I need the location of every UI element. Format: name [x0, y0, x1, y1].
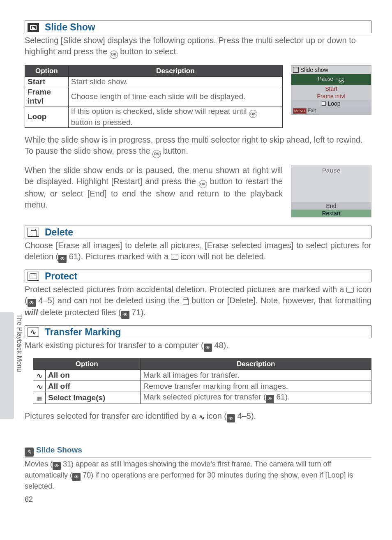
ss1-title-icon [293, 67, 299, 73]
desc-select-a: Mark selected pictures for transfer ( [143, 392, 266, 401]
th-option: Option [33, 358, 141, 369]
protect-will: will [25, 308, 38, 317]
ss1-exit-row: MENU Exit [291, 107, 371, 114]
page-ref-icon: 👁 [227, 414, 235, 422]
ok-icon: OK [152, 150, 161, 158]
transfer-footer-c: ). [251, 411, 256, 420]
section-title: Delete [45, 227, 73, 238]
table-row: Loop If this option is checked, slide sh… [25, 106, 283, 128]
loop-checkbox-icon [322, 102, 326, 106]
slideshow-options-table: Option Description Start Start slide sho… [25, 65, 283, 128]
page-ref-icon: 👁 [58, 255, 67, 263]
note-a: Movies ( [25, 460, 53, 468]
row-icon: ▦ [33, 392, 46, 404]
desc-alloff: Remove transfer marking from all images. [141, 381, 371, 392]
transfer-footer-a: Pictures selected for transfer are ident… [25, 411, 199, 420]
transfer-footer: Pictures selected for transfer are ident… [25, 411, 371, 422]
section-title: Slide Show [45, 22, 95, 33]
delete-text-b: ). Pictures marked with a [78, 252, 171, 261]
slideshow-intro: Selecting [Slide show] displays the foll… [25, 35, 371, 59]
protect-ref1: 4–5 [38, 296, 52, 305]
th-desc: Description [141, 358, 371, 369]
pause-menu-screenshot: Pause End Restart [291, 165, 371, 217]
ok-icon: OK [199, 180, 207, 188]
trash-icon [182, 298, 189, 304]
opt-select: Select image(s) [46, 392, 141, 404]
section-title: Protect [45, 271, 77, 282]
ss1-item-start: Start [291, 85, 371, 92]
opt-start: Start [25, 76, 69, 87]
delete-body: Choose [Erase all images] to delete all … [25, 240, 371, 263]
note-block: ✎Slide Shows Movies (👁 31) appear as sti… [25, 445, 371, 491]
ss1-item-loop: Loop [291, 100, 371, 107]
trash-icon [30, 229, 37, 235]
opt-allon: All on [46, 369, 141, 381]
transfer-intro-b: ). [224, 341, 228, 350]
ss1-pause-text: Pause→ [318, 76, 339, 82]
all-on-icon: ∿ [37, 372, 42, 380]
slideshow-section-icon [28, 23, 39, 32]
table-row: ∿ All off Remove transfer marking from a… [33, 381, 371, 392]
menu-badge-icon: MENU [293, 108, 307, 114]
th-option: Option [25, 65, 69, 76]
th-desc: Description [68, 65, 282, 76]
protect-text-e: delete protected files ( [38, 308, 121, 317]
all-off-icon: ∿ [37, 383, 42, 391]
key-icon [30, 273, 37, 279]
note-title: Slide Shows [36, 445, 82, 454]
row-icon: ∿ [33, 369, 46, 381]
page-ref-icon: 👁 [53, 462, 61, 470]
section-title: Transfer Marking [45, 327, 121, 338]
protect-key-icon [346, 287, 354, 293]
page-ref-icon: 👁 [266, 395, 274, 403]
transfer-options-table: Option Description ∿ All on Mark all ima… [33, 358, 371, 404]
page-ref-icon: 👁 [204, 344, 212, 352]
protect-body: Protect selected pictures from accidenta… [25, 284, 371, 319]
note-body: Movies (👁 31) appear as still images sho… [25, 459, 371, 491]
select-images-icon: ▦ [37, 395, 42, 402]
row-icon: ∿ [33, 381, 46, 392]
desc-allon: Mark all images for transfer. [141, 369, 371, 381]
table-row: ∿ All on Mark all images for transfer. [33, 369, 371, 381]
table-row: Start Start slide show. [25, 76, 283, 87]
transfer-intro-ref: 48 [214, 341, 223, 350]
delete-text-c: icon will not be deleted. [178, 252, 266, 261]
protect-ref2: 71 [131, 308, 141, 317]
desc-frame: Choose length of time each slide will be… [68, 87, 282, 106]
section-header-slideshow: Slide Show [25, 21, 371, 33]
transfer-icon: ∿ [30, 328, 36, 337]
ss1-title-bar: Slide show [291, 66, 371, 74]
ss1-pause-row: Pause→OK [291, 74, 371, 85]
ss2-title: Pause [291, 165, 371, 175]
ss1-item-loop-text: Loop [327, 100, 340, 107]
delete-ref: 61 [69, 252, 78, 261]
page-ref-icon: 👁 [72, 473, 81, 481]
opt-loop: Loop [25, 106, 69, 128]
protect-text-d: button or [Delete]. Note, however, that … [189, 296, 371, 305]
protect-section-icon [28, 272, 39, 281]
desc-loop: If this option is checked, slide show wi… [68, 106, 282, 128]
note-ref1: 31 [63, 460, 71, 468]
section-header-delete: Delete [25, 226, 371, 238]
delete-section-icon [28, 228, 39, 237]
note-icon: ✎ [25, 448, 34, 457]
slideshow-intro-text: Selecting [Slide show] displays the foll… [25, 36, 356, 56]
protect-text-f: ). [141, 308, 145, 317]
transfer-section-icon: ∿ [28, 328, 39, 337]
table-row: Frame intvl Choose length of time each s… [25, 87, 283, 106]
ss2-end: End [291, 202, 371, 210]
transfer-intro: Mark existing pictures for transfer to a… [25, 340, 371, 352]
ok-icon: OK [110, 51, 118, 59]
ss1-title-text: Slide show [300, 67, 328, 73]
ss1-item-frame: Frame intvl [291, 92, 371, 100]
opt-frame: Frame intvl [25, 87, 69, 106]
desc-select-ref: 61 [277, 392, 285, 401]
transfer-intro-a: Mark existing pictures for transfer to a… [25, 341, 204, 350]
ok-icon: OK [339, 78, 344, 83]
page-number: 62 [25, 495, 371, 504]
table-row: ▦ Select image(s) Mark selected pictures… [33, 392, 371, 404]
transfer-icon: ∿ [199, 413, 205, 422]
desc-select: Mark selected pictures for transfer (👁 6… [141, 392, 371, 404]
slideshow-para3: When the slide show ends or is paused, t… [25, 165, 283, 211]
section-header-transfer: ∿ Transfer Marking [25, 325, 371, 338]
